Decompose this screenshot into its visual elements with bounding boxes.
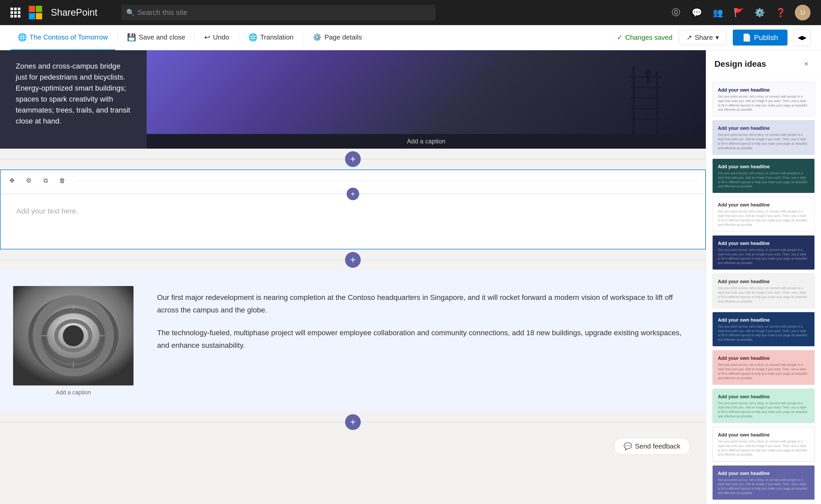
collapse-panel-button[interactable]: ◀▶ <box>794 29 811 46</box>
publish-button[interactable]: 📄 Publish <box>733 30 788 46</box>
idea-card-text-10: Get your point across, tell a story, or … <box>718 439 809 457</box>
bottom-caption[interactable]: Add a caption <box>56 389 91 396</box>
people-icon[interactable]: 👥 <box>711 6 725 19</box>
duplicate-tool[interactable]: ⧉ <box>39 174 52 187</box>
idea-card-text-1: Get your point across, tell a story, or … <box>718 94 809 112</box>
idea-card-headline-2: Add your own headline <box>718 126 809 131</box>
design-idea-card-8[interactable]: Add your own headline Get your point acr… <box>712 350 815 385</box>
toolbar-divider-2 <box>194 32 195 43</box>
design-idea-card-9[interactable]: Add your own headline Get your point acr… <box>712 389 815 423</box>
design-idea-card-11[interactable]: Add your own headline Get your point acr… <box>712 465 815 500</box>
design-idea-card-2[interactable]: Add your own headline Get your point acr… <box>712 120 815 155</box>
hero-caption-text: Add a caption <box>407 138 446 145</box>
page-details-icon: ⚙️ <box>312 33 322 42</box>
bottom-paragraph-2: The technology-fueled, multiphase projec… <box>157 327 685 351</box>
design-panel-scroll[interactable]: Add your own headline Get your point acr… <box>706 78 821 504</box>
share-button[interactable]: ↗ Share ▾ <box>679 30 727 45</box>
idea-card-text-9: Get your point across, tell a story, or … <box>718 401 809 419</box>
editor-area[interactable]: Zones and cross-campus bridge just for p… <box>0 50 706 504</box>
svg-rect-8 <box>646 76 650 83</box>
search-input[interactable] <box>121 5 436 20</box>
changes-saved-indicator: ✓ Changes saved <box>617 33 673 42</box>
svg-point-7 <box>645 69 651 76</box>
chat-icon[interactable]: 💬 <box>690 6 704 19</box>
svg-rect-0 <box>633 66 635 134</box>
svg-point-12 <box>56 321 90 350</box>
idea-card-text-8: Get your point across, tell a story, or … <box>718 363 809 380</box>
design-idea-card-1[interactable]: Add your own headline Get your point acr… <box>712 82 815 116</box>
save-close-tab[interactable]: 💾 Save and close <box>120 25 193 50</box>
svg-rect-5 <box>630 108 661 109</box>
accessibility-icon[interactable]: ⓪ <box>669 6 683 19</box>
collapse-icon: ◀▶ <box>798 34 807 41</box>
publish-icon: 📄 <box>742 33 751 42</box>
add-section-button-inner[interactable]: + <box>346 188 359 200</box>
idea-card-text-6: Get your point across, tell a story, or … <box>718 286 809 304</box>
idea-card-headline-5: Add your own headline <box>718 241 809 246</box>
site-tab[interactable]: 🌐 The Contoso of Tomorrow <box>10 25 115 50</box>
move-tool[interactable]: ✥ <box>6 174 18 187</box>
undo-label: Undo <box>213 33 229 41</box>
design-panel-close-button[interactable]: × <box>800 58 813 70</box>
user-avatar[interactable]: U <box>795 5 811 20</box>
flag-icon[interactable]: 🚩 <box>732 6 746 19</box>
hero-image-block: Add a caption <box>147 50 706 149</box>
text-placeholder: Add your text here. <box>16 207 78 215</box>
bottom-text-col: Our first major redevelopment is nearing… <box>147 270 706 412</box>
idea-card-headline-6: Add your own headline <box>718 279 809 284</box>
nav-icon-group: ⓪ 💬 👥 🚩 ⚙️ ❓ U <box>669 5 811 20</box>
bottom-paragraph-1: Our first major redevelopment is nearing… <box>157 291 685 316</box>
section-break-3: + <box>0 412 706 433</box>
toolbar-divider-3 <box>239 32 239 43</box>
design-idea-card-7[interactable]: Add your own headline Get your point acr… <box>712 312 815 346</box>
idea-card-text-5: Get your point across, tell a story, or … <box>718 248 809 265</box>
page-content: Zones and cross-campus bridge just for p… <box>0 50 706 460</box>
design-idea-card-4[interactable]: Add your own headline Get your point acr… <box>712 197 815 231</box>
idea-card-text-11: Get your point across, tell a story, or … <box>718 478 809 495</box>
site-tab-label: The Contoso of Tomorrow <box>30 33 108 41</box>
hero-caption[interactable]: Add a caption <box>147 134 706 149</box>
idea-card-text-3: Get your point across, tell a story, or … <box>718 171 809 189</box>
feedback-icon: 💬 <box>624 442 632 450</box>
text-block-content[interactable]: Add your text here. <box>1 197 705 249</box>
app-launcher-icon[interactable] <box>10 8 20 18</box>
design-ideas-panel: Design ideas × Add your own headline Get… <box>706 50 821 504</box>
page-details-tab[interactable]: ⚙️ Page details <box>305 25 369 50</box>
svg-rect-4 <box>630 97 661 99</box>
delete-tool[interactable]: 🗑 <box>56 174 69 187</box>
svg-point-13 <box>65 329 81 343</box>
design-idea-card-5[interactable]: Add your own headline Get your point acr… <box>712 235 815 270</box>
translation-icon: 🌐 <box>248 33 258 42</box>
spiral-staircase-image[interactable] <box>13 286 133 385</box>
add-section-button-1[interactable]: + <box>345 151 361 167</box>
hero-text-block: Zones and cross-campus bridge just for p… <box>0 50 147 149</box>
add-section-button-3[interactable]: + <box>345 414 361 430</box>
hero-paragraph: Zones and cross-campus bridge just for p… <box>16 61 131 127</box>
share-label: Share <box>695 33 713 42</box>
design-idea-card-3[interactable]: Add your own headline Get your point acr… <box>712 159 815 193</box>
hero-image[interactable] <box>147 50 706 134</box>
design-panel-header: Design ideas × <box>706 50 821 78</box>
translation-tab[interactable]: 🌐 Translation <box>241 25 301 50</box>
share-icon: ↗ <box>686 33 692 42</box>
design-idea-card-6[interactable]: Add your own headline Get your point acr… <box>712 273 815 308</box>
microsoft-logo[interactable] <box>29 6 42 19</box>
add-section-button-2[interactable]: + <box>345 252 361 268</box>
idea-card-headline-4: Add your own headline <box>718 202 809 208</box>
svg-rect-3 <box>630 87 661 88</box>
idea-card-headline-8: Add your own headline <box>718 356 809 361</box>
settings-tool[interactable]: ⚙ <box>23 174 35 187</box>
idea-card-headline-10: Add your own headline <box>718 432 809 438</box>
bottom-image-col: Add a caption <box>0 270 147 412</box>
text-editor-block[interactable]: ✥ ⚙ ⧉ 🗑 + Add your text here. <box>0 170 706 249</box>
help-icon[interactable]: ❓ <box>774 6 788 19</box>
undo-icon: ↩ <box>204 33 210 42</box>
design-idea-card-10[interactable]: Add your own headline Get your point acr… <box>712 427 815 461</box>
bottom-caption-text: Add a caption <box>56 389 91 396</box>
settings-icon[interactable]: ⚙️ <box>753 6 767 19</box>
send-feedback-button[interactable]: 💬 Send feedback <box>614 438 690 455</box>
feedback-bar: 💬 Send feedback <box>0 433 706 460</box>
toolbar-right: ✓ Changes saved ↗ Share ▾ 📄 Publish ◀▶ <box>617 29 811 46</box>
undo-tab[interactable]: ↩ Undo <box>197 25 236 50</box>
feedback-label: Send feedback <box>635 442 680 450</box>
